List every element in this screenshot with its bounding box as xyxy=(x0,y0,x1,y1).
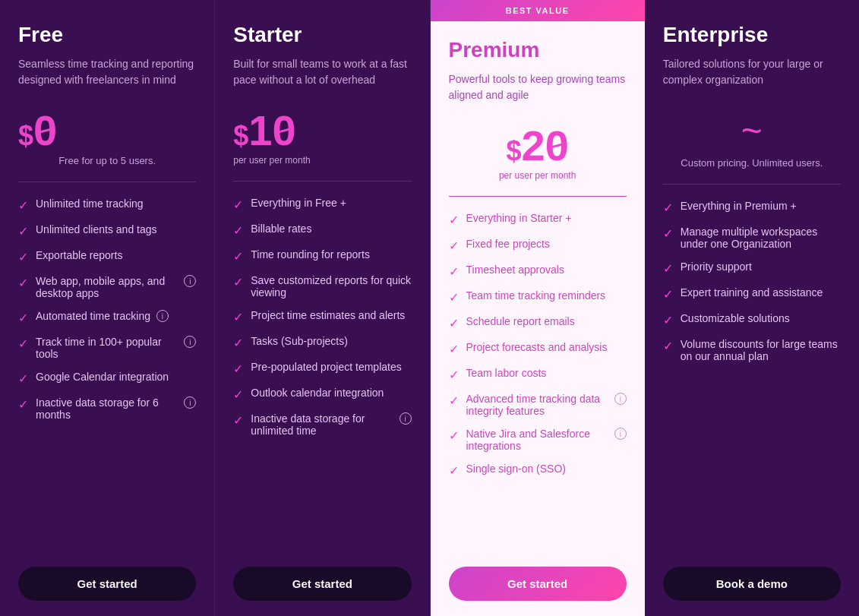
starter-price-row: $ 1 0 xyxy=(233,109,295,152)
check-icon: ✓ xyxy=(18,311,28,325)
premium-feature-list: ✓ Everything in Starter + ✓ Fixed fee pr… xyxy=(449,212,627,478)
list-item: ✓ Advanced time tracking data integrity … xyxy=(449,393,627,417)
premium-price-area: $ 2 0 xyxy=(449,125,627,167)
enterprise-plan-card: Enterprise Tailored solutions for your l… xyxy=(645,0,859,616)
list-item: ✓ Timesheet approvals xyxy=(449,264,627,279)
free-divider xyxy=(18,182,196,182)
feature-text: Volume discounts for large teams on our … xyxy=(681,338,841,362)
starter-amount: 1 xyxy=(248,109,272,152)
premium-divider xyxy=(449,196,627,197)
list-item: ✓ Priority support xyxy=(663,261,841,276)
starter-feature-list: ✓ Everything in Free + ✓ Billable rates … xyxy=(233,197,411,437)
enterprise-cta-button[interactable]: Book a demo xyxy=(663,567,841,601)
info-icon[interactable]: i xyxy=(184,396,196,409)
feature-text: Unlimited clients and tags xyxy=(36,223,157,235)
free-cta-button[interactable]: Get started xyxy=(18,567,196,601)
list-item: ✓ Tasks (Sub-projects) xyxy=(233,335,411,350)
free-plan-desc: Seamless time tracking and reporting des… xyxy=(18,56,196,94)
free-dollar: $ xyxy=(18,120,33,152)
starter-plan-desc: Built for small teams to work at a fast … xyxy=(233,56,411,94)
feature-text: Team time tracking reminders xyxy=(466,289,606,302)
feature-text: Tasks (Sub-projects) xyxy=(251,335,348,347)
list-item: ✓ Native Jira and Salesforce integration… xyxy=(449,428,627,452)
check-icon: ✓ xyxy=(663,287,673,302)
list-item: ✓ Unlimited clients and tags xyxy=(18,223,196,239)
check-icon: ✓ xyxy=(233,249,243,264)
info-icon[interactable]: i xyxy=(399,412,412,425)
starter-plan-name: Starter xyxy=(233,23,411,47)
check-icon: ✓ xyxy=(449,264,459,279)
feature-text: Single sign-on (SSO) xyxy=(466,463,567,475)
check-icon: ✓ xyxy=(663,313,673,327)
feature-text: Web app, mobile apps, and desktop apps xyxy=(36,275,178,299)
enterprise-price-note: Custom pricing. Unlimited users. xyxy=(663,157,841,169)
best-value-banner: BEST VALUE xyxy=(431,0,645,21)
check-icon: ✓ xyxy=(449,463,459,478)
info-icon[interactable]: i xyxy=(184,275,196,287)
check-icon: ✓ xyxy=(233,310,243,324)
premium-cta-button[interactable]: Get started xyxy=(449,567,627,601)
list-item: ✓ Web app, mobile apps, and desktop apps… xyxy=(18,275,196,299)
enterprise-divider xyxy=(663,184,841,185)
feature-text: Project time estimates and alerts xyxy=(251,309,405,321)
info-icon[interactable]: i xyxy=(614,393,627,405)
list-item: ✓ Outlook calendar integration xyxy=(233,387,411,402)
feature-text: Expert training and assistance xyxy=(681,286,823,299)
feature-text: Save customized reports for quick viewin… xyxy=(251,274,411,299)
free-price-row: $ 0 xyxy=(18,109,57,152)
info-icon[interactable]: i xyxy=(184,336,196,348)
feature-text: Timesheet approvals xyxy=(466,264,564,276)
feature-text: Manage multiple workspaces under one Org… xyxy=(681,226,841,250)
enterprise-plan-desc: Tailored solutions for your large or com… xyxy=(663,56,841,94)
list-item: ✓ Everything in Free + xyxy=(233,197,411,212)
check-icon: ✓ xyxy=(233,413,243,428)
check-icon: ✓ xyxy=(18,250,28,264)
check-icon: ✓ xyxy=(449,393,459,408)
list-item: ✓ Project time estimates and alerts xyxy=(233,309,411,324)
check-icon: ✓ xyxy=(449,239,459,253)
free-plan-card: Free Seamless time tracking and reportin… xyxy=(0,0,215,616)
free-feature-list: ✓ Unlimited time tracking ✓ Unlimited cl… xyxy=(18,197,196,421)
free-amount: 0 xyxy=(33,109,57,152)
feature-text: Exportable reports xyxy=(36,249,122,261)
feature-text: Time rounding for reports xyxy=(251,248,370,261)
feature-text: Priority support xyxy=(681,261,752,273)
list-item: ✓ Automated time tracking i xyxy=(18,310,196,325)
check-icon: ✓ xyxy=(449,368,459,382)
list-item: ✓ Inactive data storage for unlimited ti… xyxy=(233,412,411,437)
premium-plan-desc: Powerful tools to keep growing teams ali… xyxy=(449,71,627,109)
feature-text: Customizable solutions xyxy=(681,312,790,324)
feature-text: Google Calendar integration xyxy=(36,371,169,383)
premium-price-note: per user per month xyxy=(449,170,627,181)
premium-plan-card: BEST VALUE Premium Powerful tools to kee… xyxy=(431,0,645,616)
info-icon[interactable]: i xyxy=(156,310,169,322)
info-icon[interactable]: i xyxy=(614,428,627,440)
check-icon: ✓ xyxy=(449,428,459,443)
feature-text: Automated time tracking xyxy=(36,310,150,322)
check-icon: ✓ xyxy=(18,198,28,213)
check-icon: ✓ xyxy=(449,213,459,227)
feature-text: Everything in Premium + xyxy=(681,200,797,212)
starter-plan-card: Starter Built for small teams to work at… xyxy=(215,0,430,616)
feature-text: Pre-populated project templates xyxy=(251,361,401,373)
feature-text: Fixed fee projects xyxy=(466,238,551,250)
enterprise-tilde-icon: ~ xyxy=(741,109,763,151)
premium-plan-name: Premium xyxy=(449,38,627,62)
check-icon: ✓ xyxy=(663,339,673,353)
list-item: ✓ Team labor costs xyxy=(449,367,627,382)
check-icon: ✓ xyxy=(18,276,28,290)
feature-text: Track time in 100+ popular tools xyxy=(36,336,178,360)
check-icon: ✓ xyxy=(18,397,28,412)
feature-text: Inactive data storage for unlimited time xyxy=(251,412,393,437)
check-icon: ✓ xyxy=(233,275,243,289)
check-icon: ✓ xyxy=(233,387,243,402)
check-icon: ✓ xyxy=(449,316,459,330)
check-icon: ✓ xyxy=(18,224,28,239)
check-icon: ✓ xyxy=(18,336,28,351)
list-item: ✓ Customizable solutions xyxy=(663,312,841,327)
list-item: ✓ Inactive data storage for 6 months i xyxy=(18,396,196,421)
list-item: ✓ Save customized reports for quick view… xyxy=(233,274,411,299)
starter-dollar: $ xyxy=(233,120,248,152)
list-item: ✓ Volume discounts for large teams on ou… xyxy=(663,338,841,362)
starter-cta-button[interactable]: Get started xyxy=(233,567,411,601)
